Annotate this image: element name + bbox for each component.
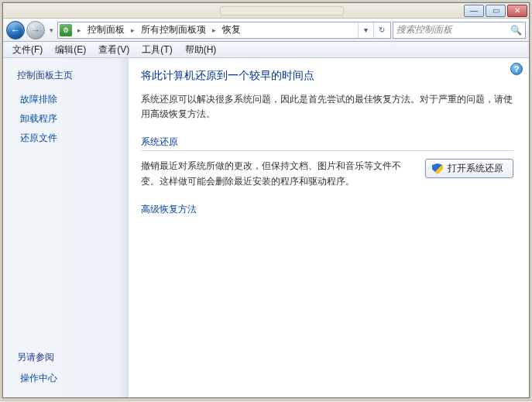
search-icon[interactable]: 🔍 — [510, 25, 522, 36]
sidebar-spacer — [3, 148, 128, 346]
divider — [141, 150, 513, 151]
content: 控制面板主页 故障排除 卸载程序 还原文件 另请参阅 操作中心 ? 将此计算机还… — [3, 58, 529, 397]
open-system-restore-button[interactable]: 打开系统还原 — [425, 159, 513, 178]
nav-history-dropdown[interactable]: ▾ — [46, 22, 56, 38]
breadcrumb-sep[interactable]: ▸ — [74, 26, 84, 34]
back-button[interactable]: ← — [6, 21, 25, 40]
window: — ▭ ✕ ← → ▾ ⚙ ▸ 控制面板 ▸ 所有控制面板项 ▸ 恢复 ▾ ↻ … — [2, 2, 530, 398]
breadcrumb-item[interactable]: 恢复 — [219, 22, 244, 38]
sidebar-title: 控制面板主页 — [3, 67, 128, 90]
titlebar: — ▭ ✕ — [3, 3, 529, 19]
advanced-recovery-link[interactable]: 高级恢复方法 — [141, 203, 513, 216]
main-panel: ? 将此计算机还原到一个较早的时间点 系统还原可以解决很多系统问题，因此是首先尝… — [129, 58, 529, 397]
sidebar-see-also: 另请参阅 — [3, 346, 128, 369]
sidebar-link-restore-files[interactable]: 还原文件 — [3, 129, 128, 148]
forward-button[interactable]: → — [26, 21, 45, 40]
control-panel-icon: ⚙ — [60, 24, 72, 36]
breadcrumb-sep[interactable]: ▸ — [209, 26, 219, 34]
menu-file[interactable]: 文件(F) — [6, 42, 49, 57]
sidebar-link-action-center[interactable]: 操作中心 — [3, 369, 128, 391]
sidebar: 控制面板主页 故障排除 卸载程序 还原文件 另请参阅 操作中心 — [3, 58, 129, 397]
maximize-button[interactable]: ▭ — [486, 5, 506, 17]
address-tail: ▾ ↻ — [358, 22, 389, 38]
sidebar-link-uninstall[interactable]: 卸载程序 — [3, 109, 128, 129]
sidebar-link-troubleshoot[interactable]: 故障排除 — [3, 90, 128, 109]
breadcrumb-item[interactable]: 所有控制面板项 — [138, 22, 209, 38]
menu-view[interactable]: 查看(V) — [92, 42, 136, 57]
section-title: 系统还原 — [141, 136, 513, 149]
menu-tools[interactable]: 工具(T) — [136, 42, 178, 57]
breadcrumb-sep[interactable]: ▸ — [128, 26, 138, 34]
help-icon[interactable]: ? — [510, 63, 523, 75]
intro-text: 系统还原可以解决很多系统问题，因此是首先尝试的最佳恢复方法。对于严重的问题，请使… — [141, 92, 513, 122]
search-placeholder: 搜索控制面板 — [396, 23, 452, 36]
button-label: 打开系统还原 — [448, 162, 503, 175]
menu-edit[interactable]: 编辑(E) — [49, 42, 92, 57]
menubar: 文件(F) 编辑(E) 查看(V) 工具(T) 帮助(H) — [3, 42, 529, 58]
breadcrumb-item[interactable]: 控制面板 — [84, 22, 128, 38]
menu-help[interactable]: 帮助(H) — [179, 42, 223, 57]
navbar: ← → ▾ ⚙ ▸ 控制面板 ▸ 所有控制面板项 ▸ 恢复 ▾ ↻ 搜索控制面板… — [3, 19, 529, 42]
section-description: 撤销最近对系统所做的更改，但保持文档、图片和音乐等文件不变。这样做可能会删除最近… — [141, 159, 416, 188]
minimize-button[interactable]: — — [464, 5, 484, 17]
title-placeholder — [220, 6, 344, 15]
close-button[interactable]: ✕ — [507, 5, 527, 17]
section-row: 撤销最近对系统所做的更改，但保持文档、图片和音乐等文件不变。这样做可能会删除最近… — [141, 159, 513, 188]
search-input[interactable]: 搜索控制面板 🔍 — [393, 22, 526, 39]
address-dropdown[interactable]: ▾ — [358, 22, 373, 38]
refresh-button[interactable]: ↻ — [373, 22, 389, 38]
page-heading: 将此计算机还原到一个较早的时间点 — [141, 69, 513, 83]
shield-icon — [432, 163, 443, 174]
address-bar[interactable]: ⚙ ▸ 控制面板 ▸ 所有控制面板项 ▸ 恢复 ▾ ↻ — [57, 22, 391, 39]
